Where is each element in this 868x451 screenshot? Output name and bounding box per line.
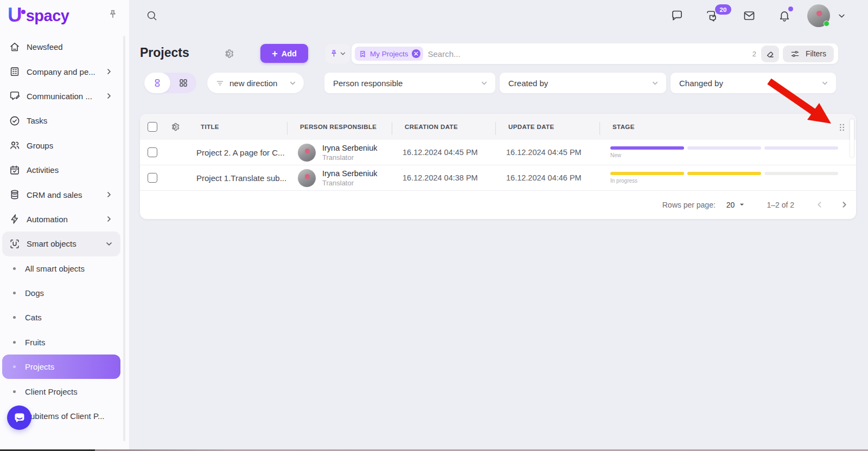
chevron-right-icon	[840, 201, 848, 209]
chevron-down-icon[interactable]	[838, 12, 846, 20]
bullet-icon	[13, 365, 16, 368]
sidebar-item-groups[interactable]: Groups	[2, 133, 120, 158]
project-title[interactable]: Project 2. A page for C...	[193, 148, 287, 157]
chat-icon[interactable]	[671, 9, 684, 22]
mail-icon[interactable]	[743, 9, 756, 22]
rows-per-page-select[interactable]: 20	[726, 201, 745, 209]
sidebar-item-communication[interactable]: Communication ...	[2, 84, 120, 108]
sidebar-item-label: CRM and sales	[27, 190, 82, 199]
sidebar-subitem-label: Fruits	[25, 338, 46, 347]
avatar[interactable]	[298, 169, 316, 187]
sidebar-subitem-client-projects[interactable]: Client Projects	[2, 379, 120, 403]
projects-table: TITLE PERSON RESPONSIBLE CREATION DATE U…	[140, 114, 856, 219]
stage-progress-bar	[610, 172, 838, 175]
grid-view-button[interactable]	[170, 73, 196, 93]
logo-letter: U	[8, 4, 22, 26]
sidebar-item-company[interactable]: Company and pe...	[2, 59, 120, 83]
person-name[interactable]: Iryna Serbeniuk	[322, 144, 378, 152]
sidebar-item-label: Automation	[27, 215, 68, 224]
smart-objects-icon	[9, 238, 21, 250]
creation-date: 16.12.2024 04:38 PM	[392, 173, 495, 182]
column-header-person[interactable]: PERSON RESPONSIBLE	[287, 124, 392, 130]
sidebar-item-smart-objects[interactable]: Smart objects	[2, 231, 120, 256]
pin-icon	[329, 49, 339, 59]
update-date: 16.12.2024 04:46 PM	[495, 173, 599, 182]
column-header-creation-date[interactable]: CREATION DATE	[392, 124, 495, 130]
sidebar-item-label: Activities	[27, 165, 59, 175]
bullet-icon	[13, 292, 16, 294]
changed-by-dropdown[interactable]: Changed by	[671, 73, 836, 93]
person-responsible-dropdown[interactable]: Person responsible	[324, 73, 495, 93]
pin-sidebar-icon[interactable]	[107, 9, 118, 20]
messages-badge: 20	[715, 4, 731, 15]
stage-cell[interactable]: New	[599, 146, 856, 158]
sidebar-item-activities[interactable]: Activities	[2, 158, 120, 182]
app: Uspacy Newsfeed Company and pe... Commun…	[0, 0, 868, 451]
previous-page-button[interactable]	[813, 198, 826, 211]
table-row[interactable]: Project 1.Translate sub... Iryna Serbeni…	[140, 165, 856, 191]
sidebar-subitem-label: Cats	[25, 313, 42, 322]
person-role: Translator	[322, 153, 378, 162]
logo-text: spacy	[26, 4, 69, 27]
person-name[interactable]: Iryna Serbeniuk	[322, 169, 378, 178]
lightning-icon	[9, 213, 21, 225]
person-cell: Iryna Serbeniuk Translator	[287, 144, 392, 162]
bell-icon[interactable]	[778, 9, 791, 22]
check-circle-icon	[9, 115, 21, 127]
my-projects-chip[interactable]: My Projects	[355, 47, 423, 61]
search-input[interactable]	[428, 49, 752, 59]
pinned-filter-button[interactable]	[326, 44, 350, 63]
uspacy-logo[interactable]: Uspacy	[8, 4, 69, 27]
sidebar-item-crm[interactable]: CRM and sales	[2, 182, 120, 207]
sidebar-subitem-label: Dogs	[25, 288, 44, 298]
sidebar-subitem-fruits[interactable]: Fruits	[2, 330, 120, 355]
column-header-title[interactable]: TITLE	[193, 124, 287, 130]
next-page-button[interactable]	[838, 198, 851, 211]
logo-dot	[21, 10, 25, 14]
bookmark-icon	[359, 50, 367, 58]
table-header-row: TITLE PERSON RESPONSIBLE CREATION DATE U…	[140, 114, 856, 140]
direction-dropdown[interactable]: new direction	[207, 73, 304, 93]
table-row[interactable]: Project 2. A page for C... Iryna Serbeni…	[140, 140, 856, 165]
chevron-down-icon	[105, 240, 113, 248]
chevron-right-icon	[105, 215, 113, 223]
created-by-dropdown[interactable]: Created by	[500, 73, 666, 93]
table-pagination: Rows per page: 20 1–2 of 2	[140, 191, 856, 218]
funnel-icon	[216, 79, 224, 87]
bullet-icon	[13, 316, 16, 319]
chat-widget-button[interactable]	[7, 405, 31, 430]
column-header-update-date[interactable]: UPDATE DATE	[495, 124, 599, 130]
clear-filters-button[interactable]	[761, 46, 779, 62]
sidebar-subitem-all-smart-objects[interactable]: All smart objects	[2, 256, 120, 281]
search-bar: My Projects 2 Filters	[352, 43, 838, 64]
sidebar-subitem-dogs[interactable]: Dogs	[2, 281, 120, 305]
column-header-stage[interactable]: STAGE	[599, 124, 856, 130]
avatar[interactable]	[298, 144, 316, 162]
bullet-icon	[13, 267, 16, 270]
pagination-range: 1–2 of 2	[767, 201, 794, 209]
list-view-button[interactable]	[144, 73, 170, 93]
table-settings-gear-icon[interactable]	[169, 121, 180, 132]
stage-cell[interactable]: In progress	[599, 172, 856, 184]
sidebar-item-tasks[interactable]: Tasks	[2, 108, 120, 133]
drag-handle-icon[interactable]	[838, 123, 846, 132]
select-all-checkbox[interactable]	[148, 122, 157, 132]
sidebar-subitem-cats[interactable]: Cats	[2, 305, 120, 330]
add-button[interactable]: + Add	[260, 44, 308, 63]
building-icon	[9, 66, 21, 78]
row-checkbox[interactable]	[148, 147, 157, 157]
sidebar-scrollbar[interactable]	[123, 36, 125, 441]
page-title: Projects	[140, 46, 189, 60]
settings-gear-icon[interactable]	[222, 48, 234, 60]
plus-icon: +	[272, 49, 278, 59]
search-icon[interactable]	[145, 9, 158, 22]
chip-close-icon[interactable]	[412, 49, 420, 58]
project-title[interactable]: Project 1.Translate sub...	[193, 173, 287, 183]
sliders-icon	[790, 49, 800, 59]
filters-button[interactable]: Filters	[783, 46, 834, 62]
row-checkbox[interactable]	[148, 173, 157, 183]
sidebar-subitem-projects[interactable]: Projects	[2, 355, 120, 379]
sidebar-item-newsfeed[interactable]: Newsfeed	[2, 35, 120, 59]
sidebar-item-label: Newsfeed	[27, 42, 63, 51]
sidebar-item-automation[interactable]: Automation	[2, 207, 120, 231]
